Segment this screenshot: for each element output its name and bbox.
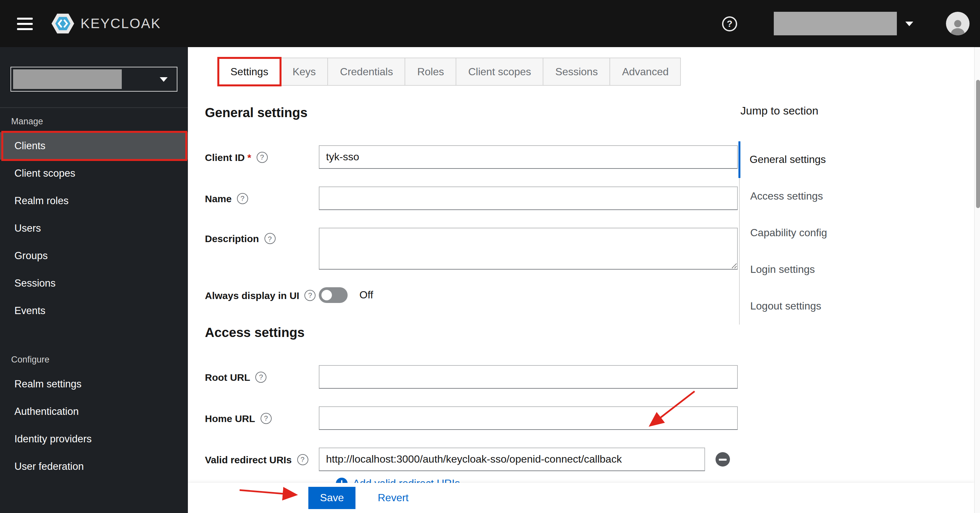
- sidebar-nav: Manage Clients Client scopes Realm roles…: [0, 108, 188, 480]
- jump-link-general-settings[interactable]: General settings: [738, 141, 955, 178]
- nav-group-title-manage: Manage: [0, 108, 188, 132]
- sidebar: Manage Clients Client scopes Realm roles…: [0, 47, 188, 513]
- keycloak-logo-icon: [51, 12, 75, 35]
- home-url-label: Home URL: [205, 413, 255, 424]
- sidebar-item-groups[interactable]: Groups: [0, 242, 188, 270]
- user-menu-dropdown[interactable]: [774, 12, 913, 35]
- hamburger-icon: [17, 17, 33, 19]
- sidebar-item-label: Realm roles: [14, 195, 68, 207]
- redacted-username: [774, 12, 897, 35]
- form-row-valid-redirect-uris: Valid redirect URIs ?: [205, 448, 980, 471]
- root-url-label: Root URL: [205, 371, 250, 383]
- sidebar-item-label: User federation: [14, 461, 84, 472]
- client-tabs: Settings Keys Credentials Roles Client s…: [218, 57, 980, 86]
- masthead: KEYCLOAK ?: [0, 0, 980, 47]
- client-id-label: Client ID: [205, 151, 245, 163]
- jump-link-capability-config[interactable]: Capability config: [740, 214, 955, 251]
- sidebar-item-realm-settings[interactable]: Realm settings: [0, 370, 188, 398]
- help-question-icon[interactable]: ?: [256, 151, 267, 163]
- nav-group-configure: Configure Realm settings Authentication …: [0, 324, 188, 480]
- required-asterisk: *: [247, 151, 251, 163]
- help-question-icon[interactable]: ?: [255, 371, 266, 383]
- sidebar-item-authentication[interactable]: Authentication: [0, 398, 188, 425]
- remove-redirect-uri-button[interactable]: [716, 452, 730, 467]
- name-input[interactable]: [319, 186, 738, 210]
- sidebar-item-clients[interactable]: Clients: [0, 132, 188, 160]
- sidebar-item-client-scopes[interactable]: Client scopes: [0, 160, 188, 187]
- sidebar-item-realm-roles[interactable]: Realm roles: [0, 187, 188, 214]
- sidebar-item-label: Clients: [14, 140, 46, 152]
- user-icon: [948, 17, 967, 35]
- always-display-label: Always display in UI: [205, 289, 299, 301]
- keycloak-admin-console: KEYCLOAK ? Manage: [0, 0, 980, 513]
- revert-button[interactable]: Revert: [378, 492, 409, 504]
- valid-redirect-uri-input[interactable]: [319, 448, 705, 471]
- jump-to-section-title: Jump to section: [740, 105, 955, 118]
- home-url-input[interactable]: [319, 407, 738, 430]
- tab-keys[interactable]: Keys: [280, 57, 328, 86]
- tab-advanced[interactable]: Advanced: [609, 57, 681, 86]
- jump-link-login-settings[interactable]: Login settings: [740, 251, 955, 288]
- tab-roles[interactable]: Roles: [405, 57, 457, 86]
- form-row-root-url: Root URL ?: [205, 365, 980, 389]
- client-id-input[interactable]: [319, 145, 738, 169]
- jump-to-section: Jump to section General settings Access …: [739, 105, 955, 324]
- toggle-state-label: Off: [360, 289, 373, 301]
- help-question-icon[interactable]: ?: [297, 454, 308, 465]
- tab-settings[interactable]: Settings: [218, 57, 281, 86]
- help-question-icon[interactable]: ?: [260, 413, 271, 424]
- sidebar-item-label: Users: [14, 222, 41, 234]
- root-url-input[interactable]: [319, 365, 738, 389]
- sidebar-item-label: Sessions: [14, 278, 56, 289]
- save-button[interactable]: Save: [308, 487, 355, 509]
- sidebar-item-label: Groups: [14, 250, 48, 262]
- access-settings-heading: Access settings: [205, 325, 980, 340]
- help-question-icon[interactable]: ?: [237, 193, 248, 204]
- nav-toggle-button[interactable]: [14, 15, 35, 32]
- tab-sessions[interactable]: Sessions: [543, 57, 611, 86]
- nav-group-title-configure: Configure: [0, 324, 188, 370]
- sidebar-item-label: Client scopes: [14, 167, 75, 179]
- avatar[interactable]: [946, 12, 969, 35]
- masthead-right: ?: [722, 12, 969, 35]
- scrollbar-thumb[interactable]: [976, 80, 980, 208]
- toggle-knob: [321, 290, 332, 300]
- jump-link-logout-settings[interactable]: Logout settings: [740, 288, 955, 324]
- description-textarea[interactable]: [319, 228, 738, 270]
- brand-text: KEYCLOAK: [81, 16, 161, 32]
- help-question-icon[interactable]: ?: [264, 233, 275, 244]
- jump-link-access-settings[interactable]: Access settings: [740, 178, 955, 214]
- sidebar-item-label: Events: [14, 305, 46, 317]
- scrollbar-track: [974, 47, 980, 513]
- sidebar-item-label: Authentication: [14, 406, 79, 418]
- sidebar-item-label: Identity providers: [14, 433, 92, 445]
- sidebar-item-identity-providers[interactable]: Identity providers: [0, 425, 188, 453]
- help-question-icon[interactable]: ?: [304, 289, 315, 301]
- help-icon[interactable]: ?: [722, 16, 737, 31]
- sidebar-item-events[interactable]: Events: [0, 297, 188, 324]
- sidebar-item-user-federation[interactable]: User federation: [0, 453, 188, 480]
- valid-redirect-uris-label: Valid redirect URIs: [205, 454, 292, 465]
- minus-circle-icon: [719, 459, 727, 461]
- name-label: Name: [205, 193, 232, 204]
- form-action-bar: Save Revert: [188, 483, 975, 513]
- main-content: Settings Keys Credentials Roles Client s…: [188, 47, 980, 513]
- sidebar-item-users[interactable]: Users: [0, 214, 188, 242]
- tab-client-scopes[interactable]: Client scopes: [456, 57, 543, 86]
- chevron-down-icon: [160, 77, 168, 81]
- tab-credentials[interactable]: Credentials: [328, 57, 406, 86]
- form-row-home-url: Home URL ?: [205, 407, 980, 430]
- redacted-realm-name: [13, 69, 122, 89]
- nav-group-manage: Manage Clients Client scopes Realm roles…: [0, 108, 188, 324]
- realm-selector[interactable]: [11, 67, 177, 92]
- description-label: Description: [205, 233, 259, 244]
- sidebar-item-label: Realm settings: [14, 378, 81, 390]
- always-display-toggle[interactable]: [319, 287, 348, 303]
- keycloak-brand: KEYCLOAK: [51, 12, 161, 35]
- sidebar-item-sessions[interactable]: Sessions: [0, 270, 188, 297]
- chevron-down-icon: [905, 21, 913, 26]
